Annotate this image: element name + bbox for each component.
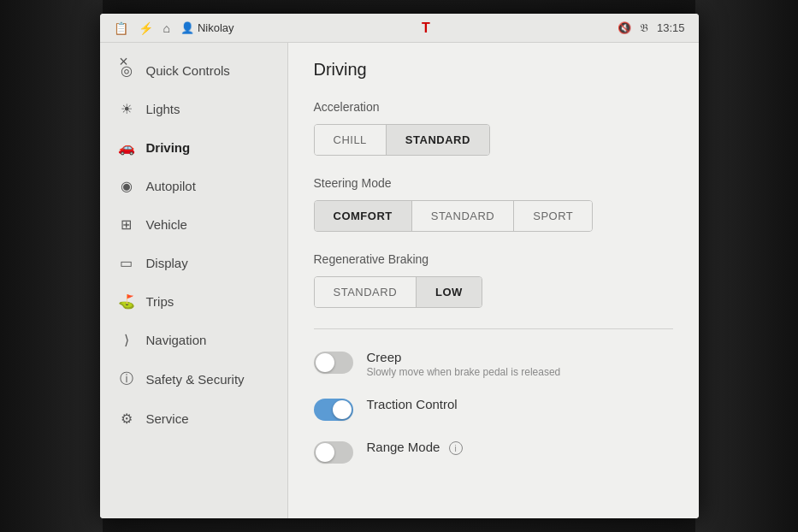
- bluetooth-icon: 𝔅: [640, 21, 648, 35]
- acceleration-standard-btn[interactable]: STANDARD: [387, 125, 489, 155]
- steering-sport-btn[interactable]: SPORT: [514, 201, 592, 231]
- sidebar-item-autopilot[interactable]: ◉ Autopilot: [100, 167, 287, 205]
- vent-left: [0, 0, 103, 532]
- regen-section: Regenerative Braking STANDARD LOW: [314, 252, 673, 308]
- creep-label-group: Creep Slowly move when brake pedal is re…: [367, 350, 561, 378]
- regen-btn-group: STANDARD LOW: [314, 276, 482, 308]
- sidebar-item-label: Trips: [146, 294, 174, 309]
- traction-label-group: Traction Control: [367, 397, 458, 411]
- creep-toggle[interactable]: [314, 352, 353, 374]
- sidebar-item-safety[interactable]: ⓘ Safety & Security: [100, 359, 287, 399]
- steering-comfort-btn[interactable]: COMFORT: [315, 201, 412, 231]
- acceleration-chill-btn[interactable]: CHILL: [315, 125, 387, 155]
- trips-icon: ⛳: [117, 293, 136, 310]
- display-icon: ▭: [117, 255, 136, 271]
- range-label-group: Range Mode i: [367, 440, 463, 455]
- creep-label: Creep: [367, 350, 561, 364]
- range-toggle-item: Range Mode i: [314, 440, 673, 464]
- status-left: 📋 ⚡ ⌂ 👤 Nikolay: [114, 21, 234, 35]
- page-title: Driving: [314, 60, 673, 80]
- lights-icon: ☀: [117, 101, 136, 117]
- sidebar-item-service[interactable]: ⚙ Service: [100, 399, 287, 438]
- tesla-logo: T: [422, 21, 430, 36]
- sidebar-item-label: Autopilot: [146, 179, 196, 193]
- sidebar-item-vehicle[interactable]: ⊞ Vehicle: [100, 205, 287, 244]
- lightning-icon: ⚡: [139, 21, 153, 35]
- safety-icon: ⓘ: [117, 370, 136, 388]
- person-icon: 👤: [180, 21, 194, 34]
- sidebar-item-label: Vehicle: [146, 217, 187, 232]
- sidebar-item-lights[interactable]: ☀ Lights: [100, 90, 287, 128]
- regen-standard-btn[interactable]: STANDARD: [315, 277, 417, 307]
- sidebar-item-label: Lights: [146, 102, 180, 116]
- sidebar: × ◎ Quick Controls ☀ Lights 🚗 Driving ◉ …: [100, 43, 288, 518]
- main-content: × ◎ Quick Controls ☀ Lights 🚗 Driving ◉ …: [100, 43, 699, 518]
- main-screen: 📋 ⚡ ⌂ 👤 Nikolay T 🔇 𝔅 13:15 × ◎ Quick Co…: [100, 14, 699, 518]
- steering-label: Steering Mode: [314, 176, 673, 190]
- steering-standard-btn[interactable]: STANDARD: [412, 201, 515, 231]
- sidebar-item-label: Driving: [146, 140, 191, 155]
- creep-toggle-item: Creep Slowly move when brake pedal is re…: [314, 350, 673, 378]
- regen-low-btn[interactable]: LOW: [417, 277, 482, 307]
- sidebar-item-display[interactable]: ▭ Display: [100, 244, 287, 282]
- steering-section: Steering Mode COMFORT STANDARD SPORT: [314, 176, 673, 232]
- sidebar-item-label: Service: [146, 411, 189, 426]
- traction-toggle[interactable]: [314, 399, 353, 421]
- sidebar-item-trips[interactable]: ⛳ Trips: [100, 282, 287, 321]
- time-display: 13:15: [657, 21, 685, 34]
- mute-icon: 🔇: [618, 21, 631, 34]
- acceleration-btn-group: CHILL STANDARD: [314, 124, 490, 156]
- traction-label: Traction Control: [367, 397, 458, 411]
- range-info-icon[interactable]: i: [449, 441, 463, 455]
- vent-right: [695, 0, 798, 532]
- sidebar-item-label: Safety & Security: [146, 372, 245, 387]
- creep-sublabel: Slowly move when brake pedal is released: [367, 366, 561, 378]
- status-bar: 📋 ⚡ ⌂ 👤 Nikolay T 🔇 𝔅 13:15: [100, 14, 699, 43]
- home-icon: ⌂: [163, 21, 170, 35]
- range-toggle[interactable]: [314, 441, 353, 464]
- regen-label: Regenerative Braking: [314, 252, 673, 266]
- autopilot-icon: ◉: [117, 178, 136, 194]
- steering-btn-group: COMFORT STANDARD SPORT: [314, 200, 594, 232]
- navigation-icon: ⟩: [117, 332, 136, 348]
- range-label: Range Mode i: [367, 440, 463, 455]
- service-icon: ⚙: [117, 411, 136, 427]
- status-right: 🔇 𝔅 13:15: [618, 21, 685, 35]
- sidebar-item-navigation[interactable]: ⟩ Navigation: [100, 321, 287, 359]
- sidebar-item-label: Navigation: [146, 333, 207, 347]
- sidebar-item-label: Display: [146, 256, 188, 270]
- acceleration-section: Acceleration CHILL STANDARD: [314, 100, 673, 156]
- divider: [314, 328, 673, 329]
- user-label: 👤 Nikolay: [180, 21, 234, 34]
- sidebar-item-label: Quick Controls: [146, 63, 230, 78]
- traction-toggle-item: Traction Control: [314, 397, 673, 421]
- close-button[interactable]: ×: [114, 51, 134, 72]
- sidebar-item-driving[interactable]: 🚗 Driving: [100, 128, 287, 167]
- page-content: Driving Acceleration CHILL STANDARD Stee…: [288, 43, 699, 518]
- clipboard-icon: 📋: [114, 21, 128, 35]
- acceleration-label: Acceleration: [314, 100, 673, 114]
- vehicle-icon: ⊞: [117, 216, 136, 233]
- driving-icon: 🚗: [117, 139, 136, 156]
